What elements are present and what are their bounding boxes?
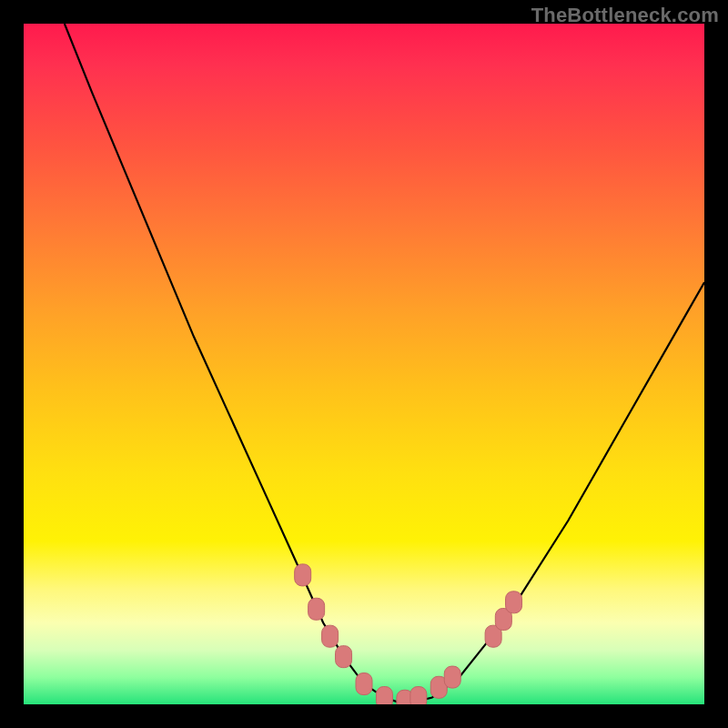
chart-frame: TheBottleneck.com [0,0,728,728]
watermark-text: TheBottleneck.com [531,4,719,27]
plot-background [24,24,704,704]
